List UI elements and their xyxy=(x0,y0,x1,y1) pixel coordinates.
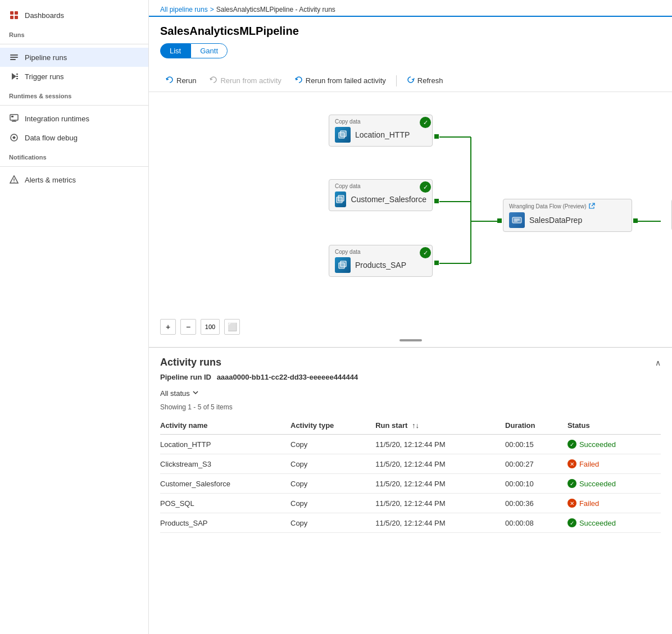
breadcrumb-current: SalesAnalyticsMLPipeline - Activity runs xyxy=(216,6,335,13)
svg-rect-6 xyxy=(10,59,16,60)
status-badge: Succeeded xyxy=(579,480,616,488)
drag-handle xyxy=(160,339,661,341)
chevron-down-icon xyxy=(192,389,199,398)
rerun-icon xyxy=(166,76,174,85)
trigger-runs-icon xyxy=(9,71,19,81)
sidebar-item-trigger-runs[interactable]: Trigger runs xyxy=(0,67,148,86)
rerun-from-activity-label: Rerun from activity xyxy=(220,76,281,85)
table-row[interactable]: Location_HTTP Copy 11/5/20, 12:12:44 PM … xyxy=(160,435,661,454)
cell-status: ✓ Succeeded xyxy=(567,435,661,454)
svg-rect-1 xyxy=(15,11,18,15)
table-header-row: Activity name Activity type Run start ↑↓… xyxy=(160,417,661,435)
activity-runs-table: Activity name Activity type Run start ↑↓… xyxy=(160,417,661,533)
rerun-label: Rerun xyxy=(176,76,196,85)
sidebar-item-integration-runtimes[interactable]: Integration runtimes xyxy=(0,109,148,128)
pipeline-run-id: Pipeline run ID aaaa0000-bb11-cc22-dd33-… xyxy=(160,373,661,381)
refresh-button[interactable]: Refresh xyxy=(401,73,449,88)
svg-rect-5 xyxy=(10,57,18,58)
cell-duration: 00:00:15 xyxy=(505,435,567,454)
status-failed-icon: ✕ xyxy=(567,499,576,508)
node1-copy-icon xyxy=(335,127,351,143)
cell-run-start: 11/5/20, 12:12:44 PM xyxy=(375,435,505,454)
sidebar-item-data-flow-debug[interactable]: Data flow debug xyxy=(0,128,148,147)
pipeline-run-id-value: aaaa0000-bb11-cc22-dd33-eeeeee444444 xyxy=(217,373,358,381)
status-filter-label: All status xyxy=(160,389,190,398)
status-success-icon: ✓ xyxy=(567,479,576,488)
rerun-button[interactable]: Rerun xyxy=(160,73,202,88)
node3-success-icon: ✓ xyxy=(420,247,431,258)
rerun-from-failed-button[interactable]: Rerun from failed activity xyxy=(289,73,392,88)
cell-activity-type: Copy xyxy=(290,454,375,474)
list-view-button[interactable]: List xyxy=(160,43,190,58)
dashboard-icon xyxy=(9,10,19,20)
node2-name: Customer_Salesforce xyxy=(351,195,426,204)
svg-rect-32 xyxy=(633,218,638,223)
status-badge: Failed xyxy=(579,499,599,508)
cell-status: ✓ Succeeded xyxy=(567,474,661,494)
pipeline-runs-label: Pipeline runs xyxy=(25,53,67,62)
cell-duration: 00:00:08 xyxy=(505,513,567,533)
breadcrumb: All pipeline runs > SalesAnalyticsMLPipe… xyxy=(149,0,672,17)
table-row[interactable]: POS_SQL Copy 11/5/20, 12:12:44 PM 00:00:… xyxy=(160,494,661,513)
rerun-from-activity-button[interactable]: Rerun from activity xyxy=(204,73,287,88)
cell-activity-type: Copy xyxy=(290,494,375,513)
svg-rect-4 xyxy=(10,54,18,56)
svg-rect-10 xyxy=(10,115,18,120)
cell-status: ✕ Failed xyxy=(567,454,661,474)
table-row[interactable]: Products_SAP Copy 11/5/20, 12:12:44 PM 0… xyxy=(160,513,661,533)
node-products-sap[interactable]: Copy data ✓ Products_SAP xyxy=(329,245,433,277)
sidebar-item-dashboards[interactable]: Dashboards xyxy=(0,6,148,25)
node2-copy-icon xyxy=(335,191,346,207)
node4-wrangling-icon xyxy=(509,212,525,228)
svg-rect-18 xyxy=(434,134,439,139)
cell-duration: 00:00:27 xyxy=(505,454,567,474)
expand-button[interactable]: ⬜ xyxy=(224,319,240,335)
gantt-view-button[interactable]: Gantt xyxy=(190,43,228,58)
table-row[interactable]: Clickstream_S3 Copy 11/5/20, 12:12:44 PM… xyxy=(160,454,661,474)
table-row[interactable]: Customer_Salesforce Copy 11/5/20, 12:12:… xyxy=(160,474,661,494)
status-success-icon: ✓ xyxy=(567,440,576,449)
node-sales-data-prep[interactable]: Wrangling Data Flow (Preview) xyxy=(503,199,632,232)
content-area: SalesAnalyticsMLPipeline List Gantt Reru… xyxy=(149,17,672,634)
breadcrumb-separator: > xyxy=(210,6,214,13)
cell-run-start: 11/5/20, 12:12:44 PM xyxy=(375,513,505,533)
cell-run-start: 11/5/20, 12:12:44 PM xyxy=(375,494,505,513)
pipeline-canvas: Copy data ✓ Location_HTTP xyxy=(160,103,661,317)
runs-section-label: Runs xyxy=(0,25,148,40)
fit-view-button[interactable]: 100 xyxy=(201,319,220,335)
cell-duration: 00:00:10 xyxy=(505,474,567,494)
pipeline-header: SalesAnalyticsMLPipeline List Gantt xyxy=(149,17,672,70)
col-status: Status xyxy=(567,417,661,435)
node1-body: ✓ Location_HTTP xyxy=(335,127,426,143)
view-toggle: List Gantt xyxy=(160,43,661,58)
alerts-icon xyxy=(9,175,19,185)
sidebar-divider-3 xyxy=(0,166,148,167)
node1-success-icon: ✓ xyxy=(420,117,431,128)
rerun-from-failed-icon xyxy=(295,76,303,85)
svg-point-16 xyxy=(13,181,15,183)
sidebar-item-dashboards-label: Dashboards xyxy=(25,11,64,20)
node2-success-icon: ✓ xyxy=(420,181,431,193)
zoom-in-button[interactable]: + xyxy=(160,319,176,335)
cell-status: ✓ Succeeded xyxy=(567,513,661,533)
col-activity-type: Activity type xyxy=(290,417,375,435)
sidebar-item-pipeline-runs[interactable]: Pipeline runs xyxy=(0,48,148,67)
data-flow-debug-icon xyxy=(9,133,19,143)
status-badge: Failed xyxy=(579,460,599,468)
zoom-out-button[interactable]: − xyxy=(180,319,196,335)
cell-activity-name: POS_SQL xyxy=(160,494,290,513)
node1-name: Location_HTTP xyxy=(355,130,410,139)
node-location-http[interactable]: Copy data ✓ Location_HTTP xyxy=(329,115,433,147)
svg-rect-19 xyxy=(434,199,439,203)
sidebar-item-alerts-metrics[interactable]: Alerts & metrics xyxy=(0,170,148,189)
integration-runtimes-label: Integration runtimes xyxy=(25,115,89,123)
breadcrumb-parent[interactable]: All pipeline runs xyxy=(160,6,208,13)
node-customer-salesforce[interactable]: Copy data ✓ Customer_Salesforce xyxy=(329,179,433,211)
cell-activity-name: Clickstream_S3 xyxy=(160,454,290,474)
integration-runtimes-icon xyxy=(9,113,19,124)
svg-rect-27 xyxy=(497,218,502,223)
collapse-button[interactable]: ∧ xyxy=(655,358,661,367)
status-filter[interactable]: All status xyxy=(160,387,661,400)
svg-rect-39 xyxy=(340,261,346,267)
node2-type-label: Copy data xyxy=(335,183,426,189)
